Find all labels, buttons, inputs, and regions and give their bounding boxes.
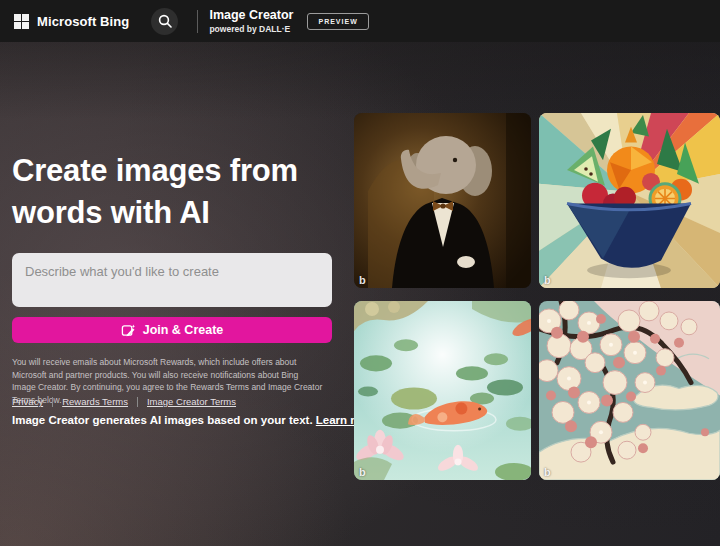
legal-links: Privacy Rewards Terms Image Creator Term… <box>12 396 236 407</box>
link-separator <box>137 397 138 407</box>
create-image-icon <box>121 323 136 338</box>
join-create-button[interactable]: Join & Create <box>12 317 332 343</box>
watercolor-koi-pond-image <box>354 301 531 480</box>
sample-image-gallery: b <box>354 113 720 480</box>
app-title-block: Image Creator powered by DALL·E <box>209 9 293 33</box>
prompt-input[interactable] <box>12 253 332 307</box>
join-create-label: Join & Create <box>143 323 224 337</box>
app-title: Image Creator <box>209 9 293 22</box>
image-creator-terms-link[interactable]: Image Creator Terms <box>147 396 236 407</box>
app-subtitle: powered by DALL·E <box>209 25 293 34</box>
sample-image-cherry-blossom-woodblock[interactable]: b <box>539 301 720 480</box>
search-icon <box>158 14 172 28</box>
microsoft-logo-icon <box>14 14 29 29</box>
sample-image-watercolor-koi-pond[interactable]: b <box>354 301 531 480</box>
link-separator <box>52 397 53 407</box>
bing-image-creator-page: Microsoft Bing Image Creator powered by … <box>0 0 720 546</box>
rewards-terms-link[interactable]: Rewards Terms <box>62 396 128 407</box>
footnote: Image Creator generates AI images based … <box>12 414 382 426</box>
page-title: Create images from words with AI <box>12 150 334 234</box>
header-divider <box>197 10 198 33</box>
sample-image-geometric-fruit-bowl[interactable]: b <box>539 113 720 288</box>
sample-image-elephant-in-suit[interactable]: b <box>354 113 531 288</box>
brand-label: Microsoft Bing <box>37 14 129 29</box>
geometric-fruit-bowl-image <box>539 113 720 288</box>
elephant-in-suit-image <box>354 113 531 288</box>
privacy-link[interactable]: Privacy <box>12 396 43 407</box>
cherry-blossom-woodblock-image <box>539 301 720 480</box>
footnote-text: Image Creator generates AI images based … <box>12 414 313 426</box>
bing-brand-link[interactable]: Microsoft Bing <box>14 14 129 29</box>
preview-badge: PREVIEW <box>307 13 368 30</box>
header: Microsoft Bing Image Creator powered by … <box>0 0 720 42</box>
search-button[interactable] <box>151 8 178 35</box>
